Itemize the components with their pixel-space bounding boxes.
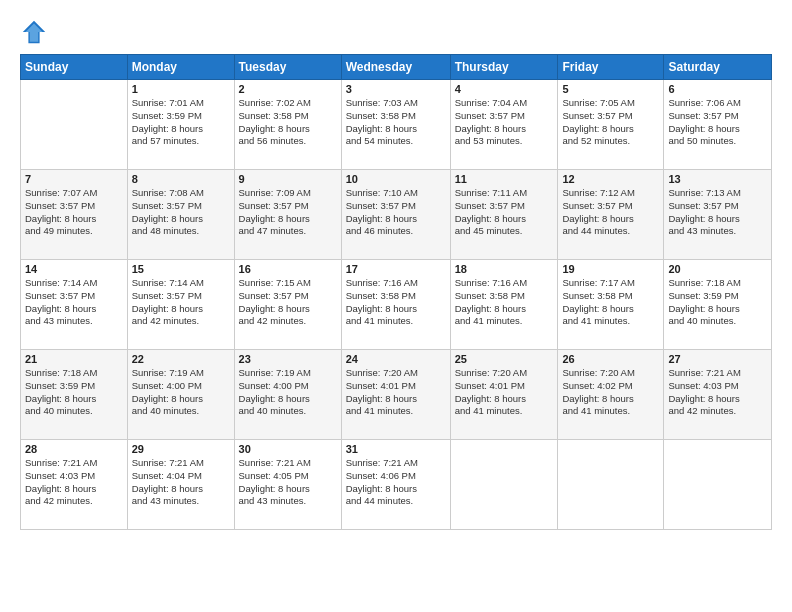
day-info: Sunrise: 7:13 AMSunset: 3:57 PMDaylight:… [668,187,767,238]
calendar-cell: 10Sunrise: 7:10 AMSunset: 3:57 PMDayligh… [341,170,450,260]
day-info: Sunrise: 7:14 AMSunset: 3:57 PMDaylight:… [132,277,230,328]
day-number: 24 [346,353,446,365]
day-number: 7 [25,173,123,185]
day-info: Sunrise: 7:16 AMSunset: 3:58 PMDaylight:… [346,277,446,328]
day-number: 31 [346,443,446,455]
day-number: 15 [132,263,230,275]
day-info: Sunrise: 7:03 AMSunset: 3:58 PMDaylight:… [346,97,446,148]
day-info: Sunrise: 7:19 AMSunset: 4:00 PMDaylight:… [239,367,337,418]
calendar-cell: 5Sunrise: 7:05 AMSunset: 3:57 PMDaylight… [558,80,664,170]
calendar-cell: 22Sunrise: 7:19 AMSunset: 4:00 PMDayligh… [127,350,234,440]
calendar-cell: 18Sunrise: 7:16 AMSunset: 3:58 PMDayligh… [450,260,558,350]
day-info: Sunrise: 7:21 AMSunset: 4:04 PMDaylight:… [132,457,230,508]
calendar-cell: 7Sunrise: 7:07 AMSunset: 3:57 PMDaylight… [21,170,128,260]
day-number: 26 [562,353,659,365]
day-info: Sunrise: 7:09 AMSunset: 3:57 PMDaylight:… [239,187,337,238]
day-info: Sunrise: 7:21 AMSunset: 4:03 PMDaylight:… [668,367,767,418]
day-info: Sunrise: 7:12 AMSunset: 3:57 PMDaylight:… [562,187,659,238]
calendar-cell: 15Sunrise: 7:14 AMSunset: 3:57 PMDayligh… [127,260,234,350]
day-info: Sunrise: 7:17 AMSunset: 3:58 PMDaylight:… [562,277,659,328]
day-number: 25 [455,353,554,365]
day-info: Sunrise: 7:01 AMSunset: 3:59 PMDaylight:… [132,97,230,148]
day-number: 22 [132,353,230,365]
svg-marker-1 [26,24,43,42]
day-number: 27 [668,353,767,365]
calendar-cell: 20Sunrise: 7:18 AMSunset: 3:59 PMDayligh… [664,260,772,350]
calendar-cell: 30Sunrise: 7:21 AMSunset: 4:05 PMDayligh… [234,440,341,530]
calendar-cell: 9Sunrise: 7:09 AMSunset: 3:57 PMDaylight… [234,170,341,260]
calendar-cell: 24Sunrise: 7:20 AMSunset: 4:01 PMDayligh… [341,350,450,440]
calendar-cell [558,440,664,530]
calendar-cell: 19Sunrise: 7:17 AMSunset: 3:58 PMDayligh… [558,260,664,350]
day-info: Sunrise: 7:11 AMSunset: 3:57 PMDaylight:… [455,187,554,238]
day-number: 29 [132,443,230,455]
calendar-header-wednesday: Wednesday [341,55,450,80]
day-number: 21 [25,353,123,365]
day-info: Sunrise: 7:21 AMSunset: 4:05 PMDaylight:… [239,457,337,508]
calendar-cell: 4Sunrise: 7:04 AMSunset: 3:57 PMDaylight… [450,80,558,170]
day-info: Sunrise: 7:21 AMSunset: 4:06 PMDaylight:… [346,457,446,508]
day-number: 11 [455,173,554,185]
day-info: Sunrise: 7:07 AMSunset: 3:57 PMDaylight:… [25,187,123,238]
calendar-cell [664,440,772,530]
day-number: 1 [132,83,230,95]
day-number: 14 [25,263,123,275]
calendar-cell: 26Sunrise: 7:20 AMSunset: 4:02 PMDayligh… [558,350,664,440]
calendar-cell: 12Sunrise: 7:12 AMSunset: 3:57 PMDayligh… [558,170,664,260]
calendar-cell: 25Sunrise: 7:20 AMSunset: 4:01 PMDayligh… [450,350,558,440]
day-number: 10 [346,173,446,185]
calendar-week-4: 21Sunrise: 7:18 AMSunset: 3:59 PMDayligh… [21,350,772,440]
day-number: 16 [239,263,337,275]
calendar-week-5: 28Sunrise: 7:21 AMSunset: 4:03 PMDayligh… [21,440,772,530]
calendar-cell [21,80,128,170]
day-number: 4 [455,83,554,95]
calendar-header-saturday: Saturday [664,55,772,80]
day-info: Sunrise: 7:20 AMSunset: 4:01 PMDaylight:… [455,367,554,418]
calendar-week-3: 14Sunrise: 7:14 AMSunset: 3:57 PMDayligh… [21,260,772,350]
day-info: Sunrise: 7:10 AMSunset: 3:57 PMDaylight:… [346,187,446,238]
calendar-cell: 28Sunrise: 7:21 AMSunset: 4:03 PMDayligh… [21,440,128,530]
day-number: 2 [239,83,337,95]
day-number: 17 [346,263,446,275]
calendar-cell: 31Sunrise: 7:21 AMSunset: 4:06 PMDayligh… [341,440,450,530]
day-number: 20 [668,263,767,275]
day-number: 5 [562,83,659,95]
logo [20,18,52,46]
day-info: Sunrise: 7:19 AMSunset: 4:00 PMDaylight:… [132,367,230,418]
calendar-cell: 13Sunrise: 7:13 AMSunset: 3:57 PMDayligh… [664,170,772,260]
logo-icon [20,18,48,46]
calendar-table: SundayMondayTuesdayWednesdayThursdayFrid… [20,54,772,530]
day-info: Sunrise: 7:05 AMSunset: 3:57 PMDaylight:… [562,97,659,148]
calendar-cell: 16Sunrise: 7:15 AMSunset: 3:57 PMDayligh… [234,260,341,350]
day-number: 13 [668,173,767,185]
day-number: 30 [239,443,337,455]
day-info: Sunrise: 7:20 AMSunset: 4:01 PMDaylight:… [346,367,446,418]
day-info: Sunrise: 7:14 AMSunset: 3:57 PMDaylight:… [25,277,123,328]
day-info: Sunrise: 7:08 AMSunset: 3:57 PMDaylight:… [132,187,230,238]
calendar-cell [450,440,558,530]
day-number: 28 [25,443,123,455]
day-info: Sunrise: 7:02 AMSunset: 3:58 PMDaylight:… [239,97,337,148]
calendar-cell: 29Sunrise: 7:21 AMSunset: 4:04 PMDayligh… [127,440,234,530]
calendar-cell: 3Sunrise: 7:03 AMSunset: 3:58 PMDaylight… [341,80,450,170]
calendar-cell: 27Sunrise: 7:21 AMSunset: 4:03 PMDayligh… [664,350,772,440]
calendar-cell: 6Sunrise: 7:06 AMSunset: 3:57 PMDaylight… [664,80,772,170]
page: SundayMondayTuesdayWednesdayThursdayFrid… [0,0,792,612]
calendar-cell: 23Sunrise: 7:19 AMSunset: 4:00 PMDayligh… [234,350,341,440]
calendar-header-thursday: Thursday [450,55,558,80]
calendar-header-monday: Monday [127,55,234,80]
calendar-header-tuesday: Tuesday [234,55,341,80]
day-info: Sunrise: 7:06 AMSunset: 3:57 PMDaylight:… [668,97,767,148]
day-info: Sunrise: 7:04 AMSunset: 3:57 PMDaylight:… [455,97,554,148]
day-number: 9 [239,173,337,185]
day-number: 12 [562,173,659,185]
calendar-cell: 1Sunrise: 7:01 AMSunset: 3:59 PMDaylight… [127,80,234,170]
day-info: Sunrise: 7:21 AMSunset: 4:03 PMDaylight:… [25,457,123,508]
day-number: 19 [562,263,659,275]
calendar-cell: 21Sunrise: 7:18 AMSunset: 3:59 PMDayligh… [21,350,128,440]
day-info: Sunrise: 7:18 AMSunset: 3:59 PMDaylight:… [668,277,767,328]
calendar-cell: 11Sunrise: 7:11 AMSunset: 3:57 PMDayligh… [450,170,558,260]
day-info: Sunrise: 7:18 AMSunset: 3:59 PMDaylight:… [25,367,123,418]
calendar-cell: 14Sunrise: 7:14 AMSunset: 3:57 PMDayligh… [21,260,128,350]
calendar-cell: 2Sunrise: 7:02 AMSunset: 3:58 PMDaylight… [234,80,341,170]
